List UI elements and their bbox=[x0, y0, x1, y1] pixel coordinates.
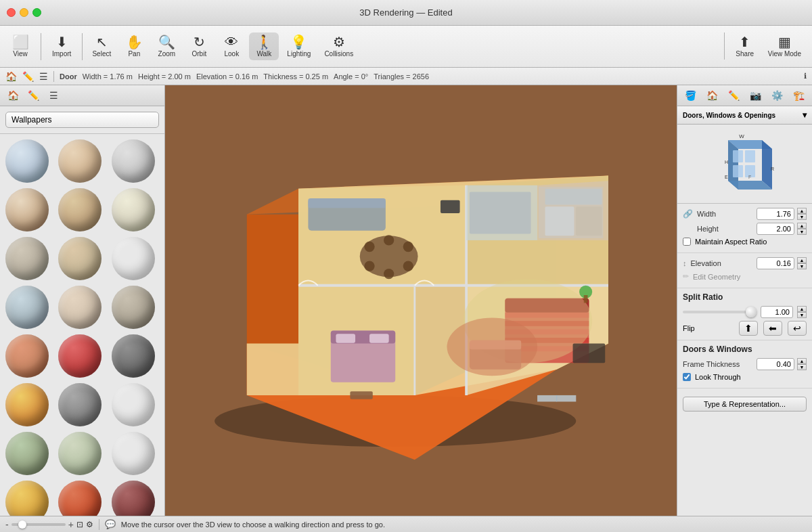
frame-thickness-stepper[interactable]: ▲ ▼ bbox=[797, 358, 807, 370]
info-list-icon[interactable]: ☰ bbox=[39, 71, 48, 82]
look-button[interactable]: 👁 Look bbox=[217, 32, 246, 60]
flip-vertical-button[interactable]: ⬆ bbox=[739, 321, 758, 336]
split-ratio-thumb[interactable] bbox=[746, 307, 757, 317]
info-house-icon[interactable]: 🏠 bbox=[5, 71, 17, 82]
elevation-stepper[interactable]: ▲ ▼ bbox=[797, 257, 807, 269]
zoom-slider[interactable] bbox=[12, 523, 66, 526]
panel-edit-icon[interactable]: ✏️ bbox=[725, 88, 743, 103]
zoom-button[interactable]: 🔍 Zoom bbox=[152, 32, 181, 60]
material-category-dropdown[interactable]: Wallpapers Flooring Paint Tiles Wood bbox=[5, 112, 159, 128]
split-ratio-input[interactable] bbox=[761, 306, 793, 318]
flip-horizontal-button[interactable]: ⬅ bbox=[763, 321, 782, 336]
svg-rect-24 bbox=[308, 198, 385, 208]
edit-geometry-label[interactable]: Edit Geometry bbox=[693, 273, 807, 281]
collisions-button[interactable]: ⚙ Collisions bbox=[319, 32, 359, 60]
walk-icon: 🚶 bbox=[256, 35, 273, 49]
material-item[interactable] bbox=[5, 188, 49, 231]
orbit-button[interactable]: ↻ Orbit bbox=[184, 32, 214, 60]
sidebar-home-icon[interactable]: 🏠 bbox=[4, 88, 22, 103]
import-button[interactable]: ⬇ Import bbox=[47, 32, 76, 60]
material-item[interactable] bbox=[58, 432, 102, 475]
view-mode-button[interactable]: ▦ View Mode bbox=[763, 32, 807, 60]
width-up-button[interactable]: ▲ bbox=[797, 208, 807, 214]
material-item[interactable] bbox=[5, 481, 49, 516]
zoom-in-button[interactable]: + bbox=[68, 519, 74, 530]
panel-home-icon[interactable]: 🏗️ bbox=[790, 88, 807, 103]
panel-title: Doors, Windows & Openings bbox=[683, 112, 775, 119]
material-item[interactable] bbox=[58, 383, 102, 426]
walk-button[interactable]: 🚶 Walk bbox=[249, 32, 279, 60]
share-button[interactable]: ⬆ Share bbox=[730, 32, 760, 60]
zoom-settings-icon[interactable]: ⚙ bbox=[86, 520, 93, 529]
height-input[interactable] bbox=[757, 223, 794, 235]
split-ratio-stepper[interactable]: ▲ ▼ bbox=[797, 306, 807, 318]
pan-button[interactable]: ✋ Pan bbox=[119, 32, 149, 60]
material-item[interactable] bbox=[58, 481, 102, 516]
sidebar-list-icon[interactable]: ☰ bbox=[45, 88, 62, 103]
view-button[interactable]: ⬜ View bbox=[5, 32, 35, 60]
material-item[interactable] bbox=[112, 383, 155, 426]
frame-thickness-up-button[interactable]: ▲ bbox=[797, 358, 807, 364]
width-stepper[interactable]: ▲ ▼ bbox=[797, 208, 807, 220]
look-through-row: Look Through bbox=[683, 373, 807, 381]
aspect-ratio-checkbox[interactable] bbox=[683, 238, 691, 246]
material-item[interactable] bbox=[112, 334, 155, 378]
material-item[interactable] bbox=[58, 188, 102, 231]
split-ratio-slider[interactable] bbox=[683, 311, 757, 313]
material-item[interactable] bbox=[58, 237, 102, 280]
minimize-button[interactable] bbox=[20, 8, 28, 17]
panel-objects-icon[interactable]: 🏠 bbox=[704, 88, 721, 103]
info-help-icon[interactable]: ℹ bbox=[804, 72, 807, 81]
panel-materials-icon[interactable]: 🪣 bbox=[682, 88, 700, 103]
zoom-out-button[interactable]: - bbox=[5, 519, 9, 530]
pan-icon: ✋ bbox=[126, 35, 143, 49]
material-item[interactable] bbox=[5, 237, 49, 280]
maximize-button[interactable] bbox=[32, 8, 41, 17]
select-button[interactable]: ↖ Select bbox=[87, 32, 116, 60]
svg-text:E: E bbox=[725, 175, 728, 179]
height-stepper[interactable]: ▲ ▼ bbox=[797, 223, 807, 235]
panel-settings-icon[interactable]: ⚙️ bbox=[768, 88, 786, 103]
toolbar-center-group: ↖ Select ✋ Pan 🔍 Zoom ↻ Orbit 👁 Look 🚶 W… bbox=[87, 32, 359, 60]
height-up-button[interactable]: ▲ bbox=[797, 223, 807, 229]
zoom-fit-icon[interactable]: ⊡ bbox=[76, 520, 83, 529]
frame-thickness-down-button[interactable]: ▼ bbox=[797, 364, 807, 370]
material-item[interactable] bbox=[58, 139, 102, 183]
info-edit-icon[interactable]: ✏️ bbox=[22, 71, 34, 82]
material-item[interactable] bbox=[58, 334, 102, 378]
material-item[interactable] bbox=[5, 139, 49, 183]
sidebar-edit-icon[interactable]: ✏️ bbox=[24, 88, 42, 103]
width-input[interactable] bbox=[757, 208, 794, 220]
material-item[interactable] bbox=[112, 237, 155, 280]
split-ratio-down-button[interactable]: ▼ bbox=[797, 312, 807, 318]
width-label: Width bbox=[697, 210, 754, 218]
panel-camera-icon[interactable]: 📷 bbox=[746, 88, 764, 103]
zoom-thumb[interactable] bbox=[18, 520, 26, 529]
material-item[interactable] bbox=[58, 286, 102, 329]
width-down-button[interactable]: ▼ bbox=[797, 214, 807, 220]
elevation-down-button[interactable]: ▼ bbox=[797, 263, 807, 269]
height-down-button[interactable]: ▼ bbox=[797, 229, 807, 235]
material-grid bbox=[0, 134, 164, 516]
material-item[interactable] bbox=[112, 432, 155, 475]
panel-dropdown-icon[interactable]: ▾ bbox=[803, 110, 807, 120]
elevation-up-button[interactable]: ▲ bbox=[797, 257, 807, 263]
type-representation-button[interactable]: Type & Representation... bbox=[683, 397, 807, 412]
svg-rect-48 bbox=[350, 391, 372, 399]
material-item[interactable] bbox=[5, 286, 49, 329]
close-button[interactable] bbox=[7, 8, 16, 17]
material-item[interactable] bbox=[112, 286, 155, 329]
material-item[interactable] bbox=[5, 383, 49, 426]
material-item[interactable] bbox=[112, 188, 155, 231]
lighting-button[interactable]: 💡 Lighting bbox=[281, 32, 316, 60]
material-item[interactable] bbox=[5, 334, 49, 378]
split-ratio-up-button[interactable]: ▲ bbox=[797, 306, 807, 312]
svg-rect-58 bbox=[733, 165, 743, 177]
material-item[interactable] bbox=[112, 139, 155, 183]
elevation-input[interactable] bbox=[757, 257, 794, 269]
material-item[interactable] bbox=[5, 432, 49, 475]
material-item[interactable] bbox=[112, 481, 155, 516]
flip-both-button[interactable]: ↩ bbox=[788, 321, 807, 336]
frame-thickness-input[interactable] bbox=[757, 358, 794, 370]
look-through-checkbox[interactable] bbox=[683, 373, 691, 381]
